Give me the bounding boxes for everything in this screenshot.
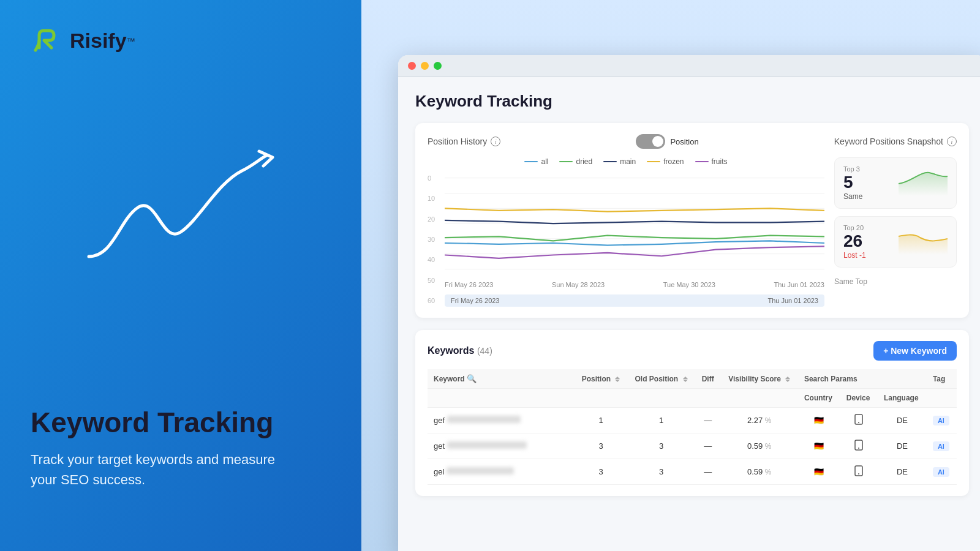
position-toggle-area: Position [636, 134, 698, 149]
browser-dot-green[interactable] [434, 62, 442, 70]
svg-point-11 [858, 448, 859, 449]
position-history-label: Position History i [428, 137, 500, 146]
browser-dot-red[interactable] [408, 62, 416, 70]
position-sort-icon[interactable] [615, 377, 620, 382]
old-position-cell-3: 3 [627, 459, 695, 485]
new-keyword-button[interactable]: + New Keyword [873, 341, 957, 361]
left-panel: Risify™ Keyword Tracking Track your targ… [0, 0, 361, 551]
table-row: gef 1 1 — 2.27 % 🇩🇪 [428, 408, 957, 433]
th-keyword: Keyword 🔍 [428, 369, 575, 389]
chart-section: Position History i Position Keyword Posi… [415, 123, 969, 318]
chart-legend: all dried main [428, 157, 824, 166]
snapshot-info-icon[interactable]: i [947, 137, 957, 146]
snapshot-top20-number: 26 [843, 233, 866, 250]
device-cell-2 [840, 433, 878, 459]
legend-item-main: main [603, 157, 636, 166]
wave-arrow-icon [77, 146, 285, 293]
page-title: Keyword Tracking [415, 92, 969, 111]
wave-arrow-area [31, 32, 331, 407]
position-history-info-icon[interactable]: i [491, 137, 500, 146]
th-language: Language [878, 389, 927, 408]
tag-cell-1: Al [927, 408, 957, 433]
th-search-params: Search Params [798, 369, 927, 389]
same-top-label: Same Top [834, 275, 957, 288]
old-position-sort-icon[interactable] [683, 377, 688, 382]
snapshot-card-top20: Top 20 26 Lost -1 [834, 216, 957, 268]
hero-title: Keyword Tracking [31, 407, 331, 438]
browser-titlebar [398, 55, 980, 77]
flag-cell-2: 🇩🇪 [798, 433, 840, 459]
phone-icon [854, 414, 863, 425]
th-diff: Diff [695, 369, 721, 389]
th-position: Position [575, 369, 627, 389]
hero-subtitle: Track your target keywords and measure y… [31, 449, 300, 490]
th-country: Country [798, 389, 840, 408]
browser-content: Keyword Tracking Position History i Posi… [398, 77, 980, 551]
diff-cell-3: — [695, 459, 721, 485]
chart-area: all dried main [428, 157, 957, 307]
device-cell-3 [840, 459, 878, 485]
keyword-cell-3: gel [428, 459, 575, 485]
snapshot-top20-chart [899, 224, 948, 255]
th-device: Device [840, 389, 878, 408]
diff-cell-2: — [695, 433, 721, 459]
chart-svg [445, 172, 824, 276]
chart-lines-wrapper: Fri May 26 2023 Sun May 28 2023 Tue May … [445, 172, 824, 307]
position-toggle-switch[interactable] [636, 134, 665, 149]
tag-cell-2: Al [927, 433, 957, 459]
flag-cell-3: 🇩🇪 [798, 459, 840, 485]
legend-item-dried: dried [559, 157, 592, 166]
keywords-table-container: Keyword 🔍 Position [428, 369, 957, 485]
position-cell-1: 1 [575, 408, 627, 433]
keywords-header: Keywords (44) + New Keyword [428, 341, 957, 361]
phone-icon [854, 440, 863, 451]
language-cell-3: DE [878, 459, 927, 485]
device-cell-1 [840, 408, 878, 433]
visibility-cell-2: 0.59 % [721, 433, 798, 459]
snapshot-panel: Top 3 5 Same [834, 157, 957, 307]
svg-point-13 [858, 473, 859, 474]
th-visibility: Visibility Score [721, 369, 798, 389]
table-row: gel 3 3 — 0.59 % 🇩🇪 [428, 459, 957, 485]
range-start-date: Fri May 26 2023 [451, 297, 499, 304]
keywords-section: Keywords (44) + New Keyword Keyword 🔍 [415, 330, 969, 496]
chart-main: all dried main [428, 157, 824, 307]
y-axis-labels: 0 10 20 30 40 50 60 [428, 172, 445, 307]
position-cell-3: 3 [575, 459, 627, 485]
visibility-cell-3: 0.59 % [721, 459, 798, 485]
keyword-cell-1: gef [428, 408, 575, 433]
old-position-cell-2: 3 [627, 433, 695, 459]
svg-point-9 [858, 422, 859, 423]
browser-window: Keyword Tracking Position History i Posi… [398, 55, 980, 551]
tag-cell-3: Al [927, 459, 957, 485]
keyword-search-icon[interactable]: 🔍 [467, 374, 477, 383]
visibility-sort-icon[interactable] [785, 377, 790, 382]
keywords-title: Keywords [428, 345, 474, 356]
keyword-cell-2: get [428, 433, 575, 459]
legend-item-frozen: frozen [647, 157, 684, 166]
chart-header: Position History i Position Keyword Posi… [428, 134, 957, 149]
phone-icon [854, 465, 863, 476]
visibility-cell-1: 2.27 % [721, 408, 798, 433]
snapshot-top20-label: Top 20 [843, 224, 866, 231]
old-position-cell-1: 1 [627, 408, 695, 433]
snapshot-label: Keyword Positions Snapshot i [834, 137, 957, 146]
chart-range-bar[interactable]: Fri May 26 2023 Thu Jun 01 2023 [445, 294, 824, 307]
th-old-position: Old Position [627, 369, 695, 389]
snapshot-top3-status: Same [843, 192, 862, 201]
keywords-count: (44) [477, 346, 492, 356]
range-end-date: Thu Jun 01 2023 [767, 297, 818, 304]
language-cell-2: DE [878, 433, 927, 459]
snapshot-top20-status: Lost -1 [843, 251, 866, 260]
right-panel: Keyword Tracking Position History i Posi… [361, 0, 980, 551]
th-tag: Tag [927, 369, 957, 389]
snapshot-top3-label: Top 3 [843, 165, 862, 173]
flag-cell-1: 🇩🇪 [798, 408, 840, 433]
keywords-table: Keyword 🔍 Position [428, 369, 957, 485]
toggle-label: Position [670, 137, 698, 146]
legend-item-fruits: fruits [695, 157, 728, 166]
browser-dot-yellow[interactable] [421, 62, 429, 70]
table-row: get 3 3 — 0.59 % 🇩🇪 [428, 433, 957, 459]
chart-svg-container: 0 10 20 30 40 50 60 [428, 172, 824, 307]
snapshot-top3-number: 5 [843, 174, 862, 191]
